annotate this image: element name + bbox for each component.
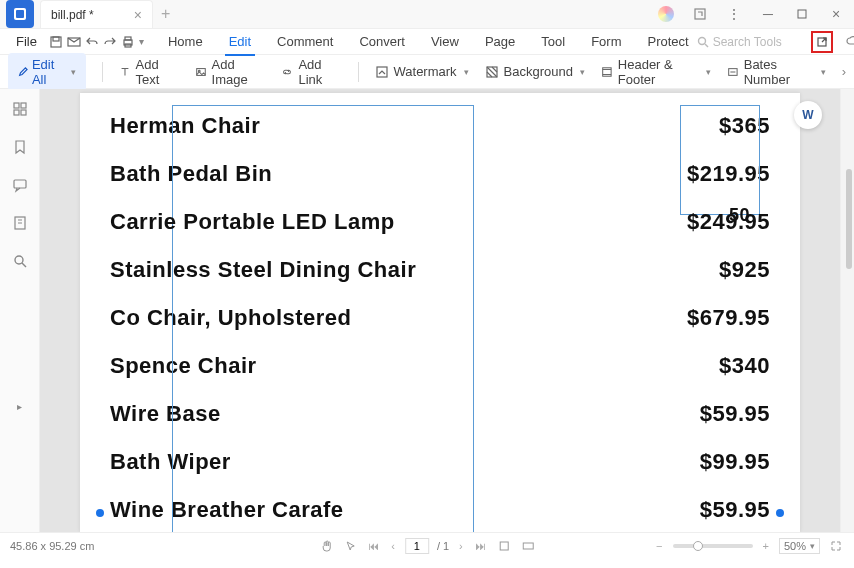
toolbar-scroll-right-icon[interactable]: › [842, 64, 846, 79]
save-icon[interactable] [49, 30, 63, 54]
list-item[interactable]: Herman Chair $365 [110, 113, 770, 139]
tab-tool[interactable]: Tool [537, 32, 569, 51]
anchor-left[interactable] [96, 509, 104, 517]
tab-edit[interactable]: Edit [225, 32, 255, 51]
zoom-in-button[interactable]: + [761, 540, 771, 552]
divider [358, 62, 359, 82]
list-item[interactable]: Wire Base $59.95 [110, 401, 770, 427]
add-image-label: Add Image [212, 57, 266, 87]
svg-rect-20 [14, 103, 19, 108]
zoom-slider-thumb[interactable] [693, 541, 703, 551]
add-text-button[interactable]: Add Text [119, 57, 179, 87]
list-item[interactable]: Wine Breather Carafe $59.95 [110, 497, 770, 523]
tab-page[interactable]: Page [481, 32, 519, 51]
mail-icon[interactable] [67, 30, 81, 54]
list-item[interactable]: Stainless Steel Dining Chair $925 [110, 257, 770, 283]
print-icon[interactable] [121, 30, 135, 54]
document-canvas[interactable]: Herman Chair $365 Bath Pedal Bin $219.95… [40, 89, 840, 532]
add-image-button[interactable]: Add Image [195, 57, 266, 87]
list-item[interactable]: Bath Wiper $99.95 [110, 449, 770, 475]
page-number-input[interactable] [405, 538, 429, 554]
edit-all-button[interactable]: Edit All ▾ [8, 53, 86, 91]
window-close-button[interactable]: × [822, 0, 850, 28]
bookmark-icon[interactable] [10, 137, 30, 157]
svg-rect-24 [14, 180, 26, 188]
item-name: Wire Base [110, 401, 221, 427]
redo-icon[interactable] [103, 30, 117, 54]
select-tool-icon[interactable] [342, 540, 358, 552]
new-tab-button[interactable]: + [161, 5, 170, 23]
minimize-button[interactable]: ─ [754, 0, 782, 28]
watermark-button[interactable]: Watermark▾ [375, 64, 469, 79]
list-item[interactable]: Bath Pedal Bin $219.95 [110, 161, 770, 187]
avatar-icon[interactable] [652, 0, 680, 28]
list-item[interactable]: Spence Chair $340 [110, 353, 770, 379]
more-icon[interactable]: ⋮ [720, 0, 748, 28]
undo-icon[interactable] [85, 30, 99, 54]
search-input[interactable] [713, 35, 803, 49]
tab-home[interactable]: Home [164, 32, 207, 51]
app-logo-icon [6, 0, 34, 28]
tab-view[interactable]: View [427, 32, 463, 51]
document-tab[interactable]: bill.pdf * × [40, 0, 153, 28]
add-link-label: Add Link [298, 57, 341, 87]
page-dimensions: 45.86 x 95.29 cm [10, 540, 94, 552]
svg-rect-3 [798, 10, 806, 18]
popup-icon[interactable] [686, 0, 714, 28]
maximize-button[interactable] [788, 0, 816, 28]
cloud-sync-icon[interactable] [841, 30, 854, 54]
svg-rect-14 [377, 67, 387, 77]
tab-convert[interactable]: Convert [355, 32, 409, 51]
background-button[interactable]: Background▾ [485, 64, 585, 79]
attachment-icon[interactable] [10, 213, 30, 233]
file-menu[interactable]: File [8, 34, 45, 49]
zoom-level-select[interactable]: 50% ▾ [779, 538, 820, 554]
page-nav: ⏮ ‹ / 1 › ⏭ [318, 538, 536, 554]
svg-rect-23 [21, 110, 26, 115]
item-name: Co Chair, Upholstered [110, 305, 352, 331]
item-name: Bath Wiper [110, 449, 231, 475]
zoom-out-button[interactable]: − [654, 540, 664, 552]
svg-rect-8 [125, 37, 131, 40]
anchor-right[interactable] [776, 509, 784, 517]
zoom-slider[interactable] [673, 544, 753, 548]
list-item[interactable]: Carrie Portable LED Lamp $249.95 50 [110, 209, 770, 235]
svg-point-26 [15, 256, 23, 264]
tab-protect[interactable]: Protect [643, 32, 692, 51]
pdf-page: Herman Chair $365 Bath Pedal Bin $219.95… [80, 93, 800, 532]
fit-page-icon[interactable] [496, 540, 512, 552]
tab-form[interactable]: Form [587, 32, 625, 51]
svg-rect-1 [16, 10, 24, 18]
tab-close-icon[interactable]: × [134, 7, 142, 23]
edit-toolbar: Edit All ▾ Add Text Add Image Add Link W… [0, 55, 854, 89]
svg-rect-5 [53, 37, 59, 41]
header-footer-button[interactable]: Header & Footer▾ [601, 57, 711, 87]
add-link-button[interactable]: Add Link [281, 57, 341, 87]
vertical-scrollbar[interactable] [840, 89, 854, 532]
fullscreen-icon[interactable] [828, 540, 844, 552]
scrollbar-thumb[interactable] [846, 169, 852, 269]
quick-access-dropdown[interactable]: ▾ [139, 36, 144, 47]
expand-rail-icon[interactable]: ▸ [17, 401, 22, 412]
share-button[interactable] [811, 31, 833, 53]
add-text-label: Add Text [136, 57, 179, 87]
first-page-button[interactable]: ⏮ [366, 540, 381, 552]
bates-number-button[interactable]: Bates Number▾ [727, 57, 826, 87]
statusbar: 45.86 x 95.29 cm ⏮ ‹ / 1 › ⏭ − + 50% ▾ [0, 532, 854, 558]
thumbnails-icon[interactable] [10, 99, 30, 119]
item-name: Bath Pedal Bin [110, 161, 272, 187]
export-word-button[interactable]: W [794, 101, 822, 129]
item-price: $99.95 [700, 449, 770, 475]
prev-page-button[interactable]: ‹ [389, 540, 397, 552]
comment-icon[interactable] [10, 175, 30, 195]
item-price: $365 [719, 113, 770, 139]
search-panel-icon[interactable] [10, 251, 30, 271]
hand-tool-icon[interactable] [318, 540, 334, 552]
last-page-button[interactable]: ⏭ [473, 540, 488, 552]
list-item[interactable]: Co Chair, Upholstered $679.95 [110, 305, 770, 331]
tab-comment[interactable]: Comment [273, 32, 337, 51]
overlay-text: 50 [729, 205, 750, 226]
next-page-button[interactable]: › [457, 540, 465, 552]
background-label: Background [504, 64, 573, 79]
fit-width-icon[interactable] [520, 540, 536, 552]
